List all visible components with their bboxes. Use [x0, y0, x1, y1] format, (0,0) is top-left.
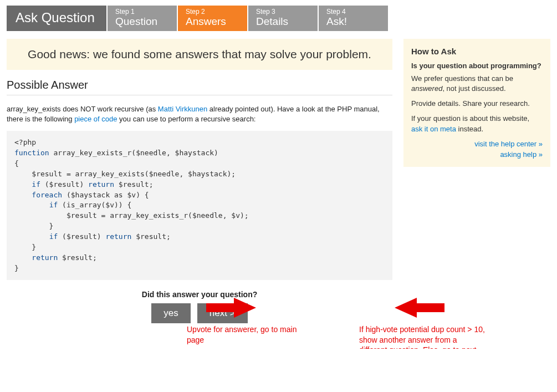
code-kw: return — [105, 232, 131, 241]
step-label: Step 2 — [186, 8, 239, 16]
code-line: $result; — [114, 180, 153, 189]
sidebar-text: We prefer questions that can be — [411, 74, 513, 83]
svg-marker-0 — [206, 298, 256, 318]
step-name: Ask! — [326, 16, 380, 28]
sidebar-text: instead. — [456, 125, 483, 133]
author-link[interactable]: Matti Virkkunen — [158, 105, 207, 113]
code-line: (is_array($v)) { — [58, 201, 131, 209]
wizard-steps: Ask Question Step 1 Question Step 2 Answ… — [7, 6, 550, 31]
code-line: } — [14, 222, 53, 230]
code-kw: function — [14, 149, 49, 157]
asking-help-link[interactable]: asking help » — [411, 150, 543, 160]
step-answers[interactable]: Step 2 Answers — [178, 6, 247, 31]
prompt-question: Did this answer your question? — [7, 290, 392, 299]
answer-text: array_key_exists does NOT work recursive… — [7, 105, 158, 113]
code-line: } — [14, 243, 36, 251]
answer-text: you can use to perform a recursive searc… — [117, 115, 255, 123]
sidebar-em: answered — [411, 84, 442, 93]
code-line: $result = array_key_exists($needle, $hay… — [14, 170, 236, 178]
sidebar-text: If your question is about this website, — [411, 114, 529, 123]
code-line: <?php — [14, 138, 36, 146]
code-kw: foreach — [32, 191, 62, 199]
sidebar-p2: Provide details. Share your research. — [411, 99, 543, 109]
code-kw: if — [49, 232, 58, 241]
step-name: Answers — [186, 16, 239, 28]
step-details[interactable]: Step 3 Details — [248, 6, 318, 31]
step-label: Step 1 — [115, 8, 169, 16]
meta-link[interactable]: ask it on meta — [411, 125, 456, 133]
code-line — [14, 180, 32, 189]
annotation-area: Upvote for answerer, go to main page If … — [7, 321, 392, 343]
sidebar-p3: If your question is about this website, … — [411, 114, 543, 135]
yes-button[interactable]: yes — [151, 303, 190, 323]
step-name: Details — [256, 16, 310, 28]
arrow-left-icon — [395, 297, 444, 319]
code-line: array_key_exists_r($needle, $haystack) — [49, 149, 218, 157]
code-line — [14, 201, 49, 209]
arrow-right-icon — [206, 297, 256, 319]
good-news-banner: Good news: we found some answers that ma… — [7, 39, 392, 70]
help-center-link[interactable]: visit the help center » — [411, 139, 543, 150]
code-line: $result; — [131, 232, 170, 241]
code-kw: if — [49, 201, 58, 209]
how-to-ask-box: How to Ask Is your question about progra… — [403, 39, 550, 167]
sidebar-p1: We prefer questions that can be answered… — [411, 74, 543, 95]
code-kw: return — [32, 253, 58, 262]
code-line — [14, 253, 32, 262]
step-question[interactable]: Step 1 Question — [108, 6, 177, 31]
code-kw: return — [88, 180, 114, 189]
step-name: Question — [115, 16, 169, 28]
code-link[interactable]: piece of code — [74, 115, 117, 123]
sidebar-title: How to Ask — [411, 45, 543, 58]
step-label: Step 4 — [326, 8, 380, 16]
step-ask[interactable]: Step 4 Ask! — [319, 6, 388, 31]
annotation-left: Upvote for answerer, go to main page — [187, 324, 298, 344]
button-row: yes next > — [7, 303, 392, 323]
code-kw: if — [32, 180, 40, 189]
step-label: Step 3 — [256, 8, 310, 16]
answer-body: array_key_exists does NOT work recursive… — [7, 104, 392, 124]
code-line — [14, 191, 32, 199]
sidebar-question: Is your question about programming? — [411, 61, 543, 72]
code-line: ($haystack as $v) { — [62, 191, 149, 199]
possible-answer-heading: Possible Answer — [7, 79, 392, 95]
code-line: } — [14, 264, 19, 272]
annotation-right: If high-vote potential dup count > 10, s… — [359, 324, 487, 349]
code-line: $result; — [58, 253, 96, 262]
code-line — [14, 232, 49, 241]
svg-marker-1 — [395, 298, 444, 318]
code-line: ($result) — [58, 232, 105, 241]
sidebar-text: , not just discussed. — [442, 84, 505, 93]
code-block: <?php function array_key_exists_r($needl… — [7, 131, 392, 280]
code-line: { — [14, 159, 19, 167]
code-line: ($result) — [40, 180, 88, 189]
wizard-title: Ask Question — [7, 6, 106, 31]
code-line: $result = array_key_exists_r($needle, $v… — [14, 211, 249, 220]
